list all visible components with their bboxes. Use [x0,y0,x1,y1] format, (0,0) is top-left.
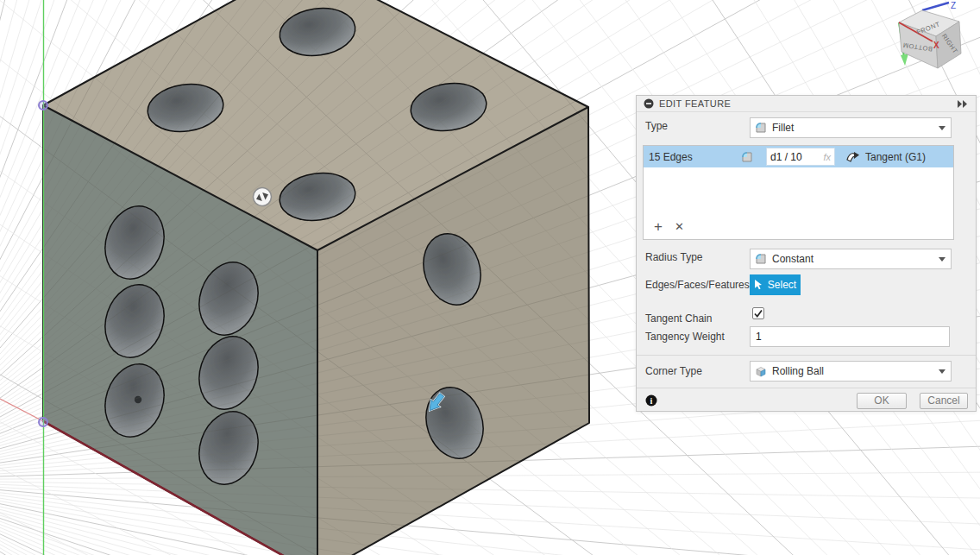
tangent-chain-checkbox[interactable] [752,307,764,319]
chevron-down-icon [939,126,945,130]
vertex-marker-top [39,101,47,110]
edge-set-row[interactable]: 15 Edges d1 / 10 fx Tangent (G1) [644,146,953,167]
radius-expression: d1 / 10 [770,151,823,163]
divider [637,355,976,356]
fillet-icon [754,252,768,266]
cancel-button[interactable]: Cancel [920,393,968,409]
vertex-marker-origin [39,418,47,426]
radius-type-dropdown[interactable]: Constant [750,249,952,269]
fx-badge: fx [823,152,831,162]
checkmark-icon [753,308,763,318]
tangency-weight-label: Tangency Weight [645,326,725,347]
add-edge-set-button[interactable]: + [654,220,663,234]
ok-button[interactable]: OK [857,393,907,409]
view-cube[interactable]: Z FRONT BOTTOM RIGHT X [887,0,977,86]
edge-count-label: 15 Edges [649,151,740,163]
tangency-weight-input[interactable]: 1 [750,326,950,347]
radius-type-label: Radius Type [645,247,703,268]
corner-type-dropdown[interactable]: Rolling Ball [750,361,952,382]
type-label: Type [645,116,668,136]
fast-forward-icon[interactable] [958,100,969,108]
chevron-down-icon [939,369,945,374]
x-axis-label: X [933,41,939,50]
z-axis-label: Z [951,1,956,10]
fillet-icon [740,150,754,164]
type-dropdown[interactable]: Fillet [750,117,952,138]
z-axis-line [922,3,949,10]
radius-type-value: Constant [772,253,934,265]
select-button-label: Select [768,279,796,291]
collapse-icon[interactable] [644,98,654,109]
corner-type-label: Corner Type [645,361,702,382]
dialog-title: EDIT FEATURE [659,98,958,109]
svg-text:i: i [650,396,653,406]
rolling-ball-corner-icon [754,364,768,378]
application-window: Z FRONT BOTTOM RIGHT X EDIT FEATURE Type [0,0,980,555]
corner-type-value: Rolling Ball [772,365,934,377]
edit-feature-dialog: EDIT FEATURE Type Fillet 15 Edges [636,95,977,412]
tangent-continuity-icon [845,150,860,163]
divider [637,388,976,388]
y-axis-arrow [901,54,908,66]
chevron-down-icon [939,257,945,262]
cursor-icon [754,279,764,291]
dialog-header[interactable]: EDIT FEATURE [637,96,976,112]
radius-value-input[interactable]: d1 / 10 fx [766,148,835,166]
continuity-value: Tangent (G1) [865,151,926,163]
remove-edge-set-button[interactable]: ✕ [675,220,684,234]
select-label: Edges/Faces/Features [645,274,750,295]
select-button[interactable]: Select [750,274,801,295]
edge-set-list[interactable]: 15 Edges d1 / 10 fx Tangent (G1) + [643,145,954,240]
fillet-icon [754,121,768,135]
type-value: Fillet [772,122,934,134]
info-icon[interactable]: i [645,394,657,409]
